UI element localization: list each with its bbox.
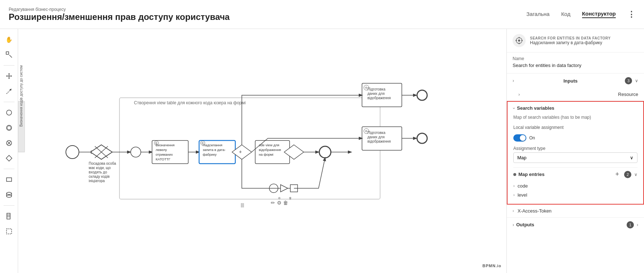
main-area: ✋ (0, 29, 644, 273)
map-entry-level[interactable]: › level (513, 190, 637, 200)
svg-text:даних для: даних для (367, 135, 384, 139)
svg-text:відображення: відображення (259, 148, 281, 152)
resource-row[interactable]: › Resource (507, 88, 644, 101)
add-map-entry-button[interactable]: + (613, 171, 621, 178)
panel-header-description: Надсилання запиту в дата-фабрику (530, 40, 611, 45)
outputs-right: 1 › (627, 221, 638, 228)
tool-rect[interactable] (3, 173, 15, 186)
inputs-badge: 3 (625, 77, 632, 84)
assignment-type-chevron-icon: ∨ (630, 155, 634, 160)
x-access-token-row[interactable]: › X-Access-Token (507, 205, 644, 218)
tool-arrow[interactable] (3, 85, 15, 97)
search-variables-header[interactable]: › Search variables (508, 102, 643, 114)
svg-text:відображення: відображення (367, 96, 391, 100)
local-variable-label: Local variable assignment (513, 125, 564, 130)
name-label: Name (513, 56, 638, 61)
svg-text:ініціатора: ініціатора (89, 179, 105, 183)
panel-title-block: SEARCH FOR ENTITIES IN DATA FACTORY Надс… (530, 36, 611, 45)
inputs-row[interactable]: › Inputs 3 ∨ (507, 74, 644, 88)
inputs-section: › Inputs 3 ∨ › Resource (507, 74, 644, 101)
panel-header: SEARCH FOR ENTITIES IN DATA FACTORY Надс… (507, 29, 644, 52)
x-access-label: X-Access-Token (518, 208, 552, 214)
nav-code[interactable]: Код (561, 11, 571, 18)
outputs-row[interactable]: › Outputs 1 › (507, 218, 644, 232)
tool-move[interactable] (3, 70, 15, 82)
tool-cross[interactable] (3, 137, 15, 149)
svg-text:+: + (239, 149, 242, 155)
tool-page[interactable] (3, 210, 15, 222)
more-menu-button[interactable]: ⋮ (627, 10, 635, 19)
map-entry-code[interactable]: › code (513, 181, 637, 190)
svg-point-83 (417, 133, 427, 143)
toggle-on-label: On (529, 135, 535, 140)
sv-body: Map of search variables (has to be map) … (508, 114, 643, 204)
tool-db[interactable] (3, 189, 15, 201)
level-entry-label: level (518, 192, 527, 198)
svg-text:отриманих: отриманих (156, 152, 173, 156)
header: Редагування бізнес-процесу Розширення/зм… (0, 0, 644, 29)
sv-title: Search variables (517, 105, 554, 111)
svg-point-12 (7, 126, 11, 130)
nav-general[interactable]: Загальна (526, 11, 550, 18)
svg-text:відображення: відображення (367, 139, 391, 143)
header-title: Розширення/зменшення прав доступу корист… (9, 12, 230, 22)
header-left: Редагування бізнес-процесу Розширення/зм… (9, 7, 230, 22)
map-entries-right: + 2 ∨ (613, 171, 637, 178)
svg-text:запита в дата-: запита в дата- (203, 148, 226, 152)
svg-text:⚙: ⚙ (365, 130, 367, 133)
inputs-right: 3 ∨ (625, 77, 638, 84)
svg-text:🗑: 🗑 (283, 200, 288, 206)
code-entry-label: code (518, 183, 528, 189)
local-variable-toggle[interactable] (513, 134, 526, 142)
svg-text:складу кодів: складу кодів (89, 175, 110, 178)
map-entries-label: Map entries (518, 172, 544, 177)
tool-dotted-rect[interactable] (3, 225, 15, 238)
svg-text:левелу: левелу (156, 148, 167, 152)
name-value: Search for entities in data factory (513, 63, 638, 68)
bpmn-canvas[interactable]: Визначення кодів доступу до систем Створ… (18, 29, 506, 273)
svg-text:🗑: 🗑 (289, 197, 292, 200)
outputs-expand-icon: › (637, 222, 638, 227)
svg-text:на формі: на формі (259, 152, 273, 156)
toolbar-divider-2 (4, 102, 14, 102)
nav-constructor[interactable]: Конструктор (582, 10, 616, 18)
svg-text:Посадова особа: Посадова особа (89, 161, 116, 165)
local-variable-row: Local variable assignment (513, 125, 637, 130)
svg-marker-7 (8, 78, 10, 79)
svg-point-42 (131, 147, 141, 157)
svg-marker-6 (8, 73, 10, 74)
resource-chevron-icon: › (518, 92, 520, 97)
svg-rect-0 (6, 52, 9, 54)
svg-point-75 (417, 90, 427, 100)
svg-marker-4 (6, 75, 7, 77)
sv-header-left: › Search variables (513, 105, 554, 111)
assignment-type-value: Map (517, 155, 526, 160)
panel-header-subtitle: SEARCH FOR ENTITIES IN DATA FACTORY (530, 36, 611, 40)
svg-marker-16 (6, 155, 12, 161)
map-entries-expand-icon: ∨ (634, 172, 637, 177)
tool-select[interactable] (3, 49, 15, 61)
svg-text:⚙: ⚙ (365, 86, 367, 89)
header-subtitle: Редагування бізнес-процесу (9, 7, 230, 12)
map-entries-left: Map entries (513, 172, 544, 177)
svg-text:|||: ||| (241, 202, 244, 207)
svg-text:Підготовка: Підготовка (367, 87, 386, 91)
svg-rect-22 (7, 213, 10, 219)
svg-marker-5 (11, 75, 12, 77)
inputs-label: Inputs (564, 78, 578, 84)
level-entry-chevron-icon: › (513, 193, 515, 197)
svg-point-18 (7, 192, 12, 194)
outputs-badge: 1 (627, 221, 634, 228)
svg-point-94 (518, 39, 520, 42)
tool-diamond[interactable] (3, 152, 15, 164)
map-entries-row: Map entries + 2 ∨ (513, 167, 637, 181)
assignment-type-select[interactable]: Map ∨ (513, 152, 637, 163)
inputs-expand-icon: ∨ (635, 78, 638, 83)
tool-double-circle[interactable] (3, 122, 15, 134)
tool-hand[interactable]: ✋ (3, 33, 15, 46)
tool-circle[interactable] (3, 106, 15, 119)
svg-text:даних для: даних для (367, 92, 384, 96)
toolbar: ✋ (0, 29, 18, 273)
svg-text:⚙: ⚙ (155, 142, 157, 145)
svg-text:Підготовка: Підготовка (367, 131, 386, 135)
